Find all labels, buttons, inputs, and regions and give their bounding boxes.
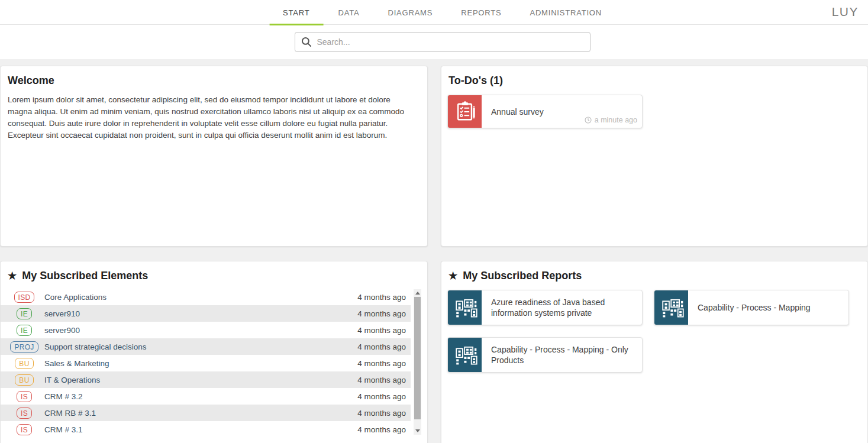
top-navigation-bar: START DATA DIAGRAMS REPORTS ADMINISTRATI… xyxy=(0,0,868,25)
element-badge-wrap: IE xyxy=(10,325,38,336)
element-type-badge: PROJ xyxy=(10,341,38,353)
subscribed-elements-title-text: My Subscribed Elements xyxy=(22,270,148,282)
element-name-link[interactable]: server900 xyxy=(44,326,80,335)
todo-card-timestamp: a minute ago xyxy=(585,116,637,124)
nav-tab[interactable]: START xyxy=(269,0,324,25)
element-name-link[interactable]: CRM RB # 3.1 xyxy=(44,409,96,418)
report-card-title: Azure readiness of Java based informatio… xyxy=(491,297,635,318)
todos-title: To-Do's (1) xyxy=(441,66,867,87)
scrollbar-up-arrow[interactable] xyxy=(414,289,421,297)
element-timestamp: 4 months ago xyxy=(357,425,406,434)
element-row[interactable]: BU Sales & Marketing 4 months ago xyxy=(1,355,411,371)
element-type-badge: IE xyxy=(17,325,32,336)
nav-tab-label: ADMINISTRATION xyxy=(530,8,601,17)
subscribed-elements-panel: ★ My Subscribed Elements ISD Core Applic… xyxy=(0,261,428,443)
element-name-link[interactable]: IT & Operations xyxy=(44,376,100,384)
element-name-link[interactable]: CRM # 3.2 xyxy=(44,392,83,401)
nav-tab-label: DATA xyxy=(338,8,360,17)
report-card-list: Azure readiness of Java based informatio… xyxy=(441,282,867,373)
element-row[interactable]: PROJ Support strategical decisions 4 mon… xyxy=(1,338,411,355)
nav-tab-label: REPORTS xyxy=(461,8,501,17)
scrollbar-thumb[interactable] xyxy=(414,297,421,419)
element-type-badge: BU xyxy=(15,358,33,369)
todo-card[interactable]: Annual survey a minute ago xyxy=(447,95,643,128)
element-timestamp: 4 months ago xyxy=(357,293,406,302)
search-box[interactable] xyxy=(295,32,591,52)
element-type-badge: BU xyxy=(15,374,33,386)
search-icon xyxy=(301,37,312,47)
subscribed-reports-panel: ★ My Subscribed Reports xyxy=(441,261,868,443)
nav-tab[interactable]: ADMINISTRATION xyxy=(515,0,615,25)
element-timestamp: 4 months ago xyxy=(357,376,406,384)
element-timestamp: 4 months ago xyxy=(357,359,406,368)
element-row[interactable]: BU IT & Operations 4 months ago xyxy=(1,371,411,388)
clipboard-checklist-icon xyxy=(448,95,482,128)
main-nav: START DATA DIAGRAMS REPORTS ADMINISTRATI… xyxy=(269,0,616,25)
element-timestamp: 4 months ago xyxy=(357,326,406,335)
element-type-badge: IS xyxy=(17,408,32,419)
nav-tab[interactable]: DATA xyxy=(324,0,374,25)
element-name-link[interactable]: server910 xyxy=(44,309,80,318)
elements-scrollbar[interactable] xyxy=(414,289,421,435)
todo-card-list: Annual survey a minute ago xyxy=(441,87,867,128)
todos-panel: To-Do's (1) xyxy=(441,66,868,247)
star-icon: ★ xyxy=(8,270,17,282)
report-card[interactable]: Capability - Process - Mapping - Only Pr… xyxy=(447,337,643,373)
element-timestamp: 4 months ago xyxy=(357,409,406,418)
element-row[interactable]: IS CRM RB # 3.1 4 months ago xyxy=(1,405,411,421)
element-badge-wrap: IE xyxy=(10,308,38,319)
nav-tab-label: DIAGRAMS xyxy=(388,8,433,17)
todo-card-title: Annual survey xyxy=(491,106,544,117)
report-card-title: Capability - Process - Mapping - Only Pr… xyxy=(491,344,635,366)
search-section xyxy=(0,25,868,59)
element-row[interactable]: IS CRM # 3.1 4 months ago xyxy=(1,421,411,438)
element-badge-wrap: BU xyxy=(10,374,38,386)
welcome-panel: Welcome Lorem ipsum dolor sit amet, cons… xyxy=(0,66,428,247)
scrollbar-down-arrow[interactable] xyxy=(414,427,421,435)
nav-tab[interactable]: DIAGRAMS xyxy=(373,0,447,25)
element-type-badge: IE xyxy=(17,308,32,319)
element-badge-wrap: IS xyxy=(10,408,38,419)
element-row[interactable]: IE server900 4 months ago xyxy=(1,322,411,338)
report-card[interactable]: Capability - Process - Mapping xyxy=(654,290,849,325)
element-type-badge: IS xyxy=(17,424,32,435)
subscribed-elements-list: ISD Core Applications 4 months ago IE se… xyxy=(1,289,411,438)
landscape-report-icon xyxy=(654,290,688,325)
welcome-title: Welcome xyxy=(1,66,427,87)
element-name-link[interactable]: CRM # 3.1 xyxy=(44,425,83,434)
luy-logo: LUY xyxy=(832,5,859,19)
welcome-text: Lorem ipsum dolor sit amet, consectetur … xyxy=(1,87,422,141)
element-type-badge: IS xyxy=(17,391,32,402)
element-badge-wrap: IS xyxy=(10,391,38,402)
landscape-report-icon xyxy=(448,338,482,372)
element-timestamp: 4 months ago xyxy=(357,392,406,401)
todo-time-text: a minute ago xyxy=(595,116,637,124)
element-timestamp: 4 months ago xyxy=(357,309,406,318)
element-row[interactable]: ISD Core Applications 4 months ago xyxy=(1,289,411,305)
dashboard-grid: Welcome Lorem ipsum dolor sit amet, cons… xyxy=(0,59,868,443)
search-input[interactable] xyxy=(317,37,584,47)
star-icon: ★ xyxy=(448,270,457,282)
report-card-title: Capability - Process - Mapping xyxy=(698,302,811,313)
welcome-title-text: Welcome xyxy=(8,75,54,87)
element-badge-wrap: BU xyxy=(10,358,38,369)
element-name-link[interactable]: Core Applications xyxy=(44,293,107,302)
element-row[interactable]: IS CRM # 3.2 4 months ago xyxy=(1,388,411,405)
element-type-badge: ISD xyxy=(14,292,35,303)
element-name-link[interactable]: Support strategical decisions xyxy=(44,342,147,351)
element-row[interactable]: IE server910 4 months ago xyxy=(1,305,411,322)
subscribed-elements-title: ★ My Subscribed Elements xyxy=(1,261,427,282)
clock-icon xyxy=(585,117,592,124)
todos-title-text: To-Do's (1) xyxy=(448,75,503,87)
element-badge-wrap: ISD xyxy=(10,292,38,303)
nav-tab[interactable]: REPORTS xyxy=(447,0,515,25)
nav-tab-label: START xyxy=(283,8,309,17)
element-name-link[interactable]: Sales & Marketing xyxy=(44,359,109,368)
subscribed-reports-title: ★ My Subscribed Reports xyxy=(441,261,867,282)
landscape-report-icon xyxy=(448,290,482,325)
element-timestamp: 4 months ago xyxy=(357,342,406,351)
report-card[interactable]: Azure readiness of Java based informatio… xyxy=(447,290,643,325)
subscribed-reports-title-text: My Subscribed Reports xyxy=(463,270,582,282)
element-badge-wrap: IS xyxy=(10,424,38,435)
element-badge-wrap: PROJ xyxy=(10,341,38,353)
